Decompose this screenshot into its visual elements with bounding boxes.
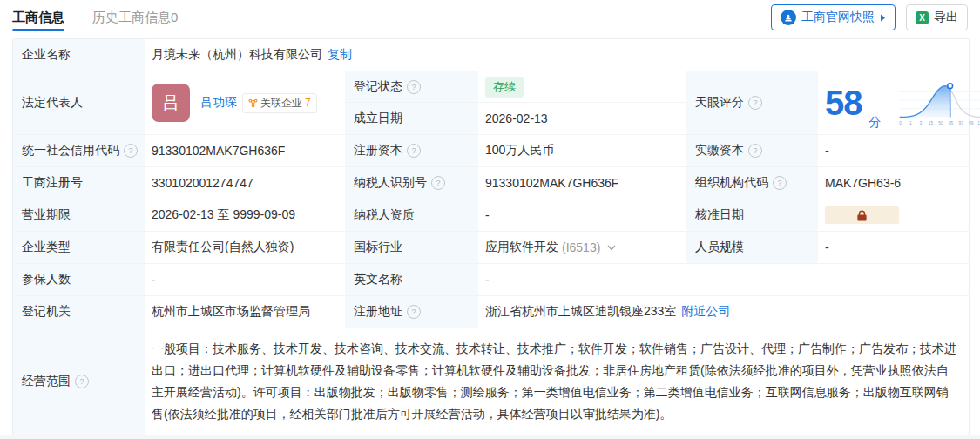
score-value: 58: [825, 85, 862, 120]
paid-capital-label: 实缴资本 ?: [686, 135, 818, 166]
approval-date-label: 核准日期: [686, 199, 818, 231]
related-companies-label: 关联企业: [260, 96, 302, 111]
svg-text:3: 3: [919, 121, 922, 125]
org-code-value: MAK7GH63-6: [818, 167, 969, 199]
help-icon[interactable]: ?: [748, 96, 762, 110]
reg-capital-label-text: 注册资本: [354, 143, 402, 159]
taxpayer-id-label: 纳税人识别号 ?: [345, 167, 478, 199]
establish-date-label: 成立日期: [345, 103, 478, 134]
official-snapshot-label: 工商官网快照: [801, 10, 875, 25]
staff-size-value: -: [818, 232, 969, 263]
credit-code-label-text: 统一社会信用代码: [22, 143, 119, 159]
approval-date-cell: [818, 199, 969, 231]
org-code-label: 组织机构代码 ?: [686, 167, 818, 199]
score-distribution-chart[interactable]: 0 1 3 15 50 85 97 99 100: [897, 78, 980, 127]
related-companies-badge[interactable]: 关联企业 7: [242, 93, 317, 113]
industry-cell: 应用软件开发 (I6513): [478, 232, 686, 263]
table-row: 参保人数 - 英文名称 -: [13, 264, 969, 296]
score-label: 天眼评分 ?: [686, 71, 818, 134]
company-name-value: 月境未来（杭州）科技有限公司: [152, 47, 322, 63]
help-icon[interactable]: ?: [124, 144, 138, 158]
topbar: 工商信息 历史工商信息0 工商官网快照 X 导出: [0, 0, 980, 35]
table-row: 企业类型 有限责任公司(自然人独资) 国标行业 应用软件开发 (I6513) 人…: [13, 232, 969, 264]
table-row: 法定代表人 吕 吕功琛 关联企业 7 登记状态 ? 存续 天眼评分 ? 58 分: [13, 71, 969, 135]
english-name-value: -: [478, 264, 969, 295]
help-icon[interactable]: ?: [407, 144, 421, 158]
svg-text:1: 1: [909, 121, 911, 125]
company-type-label: 企业类型: [13, 232, 145, 263]
taxpayer-id-label-text: 纳税人识别号: [354, 175, 427, 191]
tab-business-info[interactable]: 工商信息: [12, 0, 64, 35]
legal-rep-avatar[interactable]: 吕: [152, 84, 190, 122]
table-row: 企业名称 月境未来（杭州）科技有限公司 复制: [13, 39, 969, 71]
table-row: 工商注册号 330102001274747 纳税人识别号 ? 91330102M…: [13, 167, 969, 199]
official-snapshot-button[interactable]: 工商官网快照: [771, 4, 896, 30]
business-info-table: 企业名称 月境未来（杭州）科技有限公司 复制 法定代表人 吕 吕功琛 关联企业 …: [12, 38, 970, 436]
business-scope-label-text: 经营范围: [22, 374, 71, 389]
industry-code: (I6513): [562, 240, 600, 254]
help-icon[interactable]: ?: [431, 176, 445, 190]
reg-capital-label: 注册资本 ?: [345, 135, 478, 166]
reg-address-label: 注册地址 ?: [345, 296, 478, 328]
svg-text:50: 50: [938, 121, 943, 125]
locked-value[interactable]: [825, 206, 899, 224]
nearby-companies-link[interactable]: 附近公司: [681, 304, 730, 320]
help-icon[interactable]: ?: [773, 176, 787, 190]
staff-size-label: 人员规模: [686, 232, 818, 263]
help-icon[interactable]: ?: [407, 305, 421, 319]
chevron-down-icon[interactable]: [607, 245, 616, 251]
table-row: 登记机关 杭州市上城区市场监督管理局 注册地址 ? 浙江省杭州市上城区迪凯银座2…: [13, 296, 969, 328]
svg-text:97: 97: [958, 121, 963, 125]
svg-text:15: 15: [928, 121, 933, 125]
reg-number-value: 330102001274747: [145, 167, 345, 199]
score-unit: 分: [869, 115, 882, 131]
business-scope-value: 一般项目：技术服务、技术开发、技术咨询、技术交流、技术转让、技术推广；软件开发；…: [145, 328, 969, 435]
help-icon[interactable]: ?: [748, 144, 762, 158]
reg-address-label-text: 注册地址: [354, 304, 402, 320]
page-bottom-divider: [0, 435, 980, 439]
tab-bar: 工商信息 历史工商信息0: [12, 0, 178, 35]
score-label-text: 天眼评分: [695, 95, 744, 111]
status-badge: 存续: [485, 77, 524, 98]
credit-code-value: 91330102MAK7GH636F: [145, 135, 345, 166]
credit-code-label: 统一社会信用代码 ?: [13, 135, 145, 166]
company-name-cell: 月境未来（杭州）科技有限公司 复制: [145, 39, 969, 71]
table-row: 统一社会信用代码 ? 91330102MAK7GH636F 注册资本 ? 100…: [13, 135, 969, 167]
score-cell: 58 分 0: [818, 71, 980, 134]
legal-rep-cell: 吕 吕功琛 关联企业 7: [145, 71, 345, 134]
tab-history-business-info[interactable]: 历史工商信息0: [92, 0, 178, 35]
paid-capital-label-text: 实缴资本: [695, 143, 744, 159]
company-type-value: 有限责任公司(自然人独资): [145, 232, 345, 263]
industry-label: 国标行业: [345, 232, 478, 263]
insured-count-value: -: [145, 264, 345, 295]
svg-text:99: 99: [969, 121, 974, 125]
svg-text:0: 0: [899, 121, 902, 125]
score-axis-ticks: 0 1 3 15 50 85 97 99 100: [899, 121, 980, 125]
table-row: 营业期限 2026-02-13 至 9999-09-09 纳税人资质 - 核准日…: [13, 199, 969, 232]
export-button[interactable]: X 导出: [906, 4, 968, 30]
arrow-right-icon: [880, 14, 886, 22]
svg-text:85: 85: [948, 121, 953, 125]
english-name-label: 英文名称: [345, 264, 478, 295]
reg-authority-value: 杭州市上城区市场监督管理局: [145, 296, 345, 328]
business-scope-label: 经营范围 ?: [13, 328, 145, 435]
business-term-value: 2026-02-13 至 9999-09-09: [145, 199, 345, 231]
legal-rep-name-link[interactable]: 吕功琛: [200, 95, 237, 111]
score-marker-icon: [947, 84, 952, 89]
company-name-label: 企业名称: [13, 39, 145, 71]
reg-status-cell: 存续: [478, 71, 686, 103]
insured-count-label: 参保人数: [13, 264, 145, 295]
industry-value: 应用软件开发: [485, 240, 558, 255]
reg-capital-value: 100万人民币: [478, 135, 686, 166]
copy-button[interactable]: 复制: [328, 47, 352, 63]
reg-address-value: 浙江省杭州市上城区迪凯银座233室: [485, 304, 676, 320]
establish-date-value: 2026-02-13: [478, 103, 686, 134]
taxpayer-quality-label: 纳税人资质: [345, 199, 478, 231]
business-term-label: 营业期限: [13, 199, 145, 231]
lock-icon: [856, 210, 868, 221]
legal-rep-label: 法定代表人: [13, 71, 145, 134]
help-icon[interactable]: ?: [407, 80, 421, 94]
reg-number-label: 工商注册号: [13, 167, 145, 199]
header-actions: 工商官网快照 X 导出: [771, 4, 968, 30]
help-icon[interactable]: ?: [75, 375, 89, 388]
